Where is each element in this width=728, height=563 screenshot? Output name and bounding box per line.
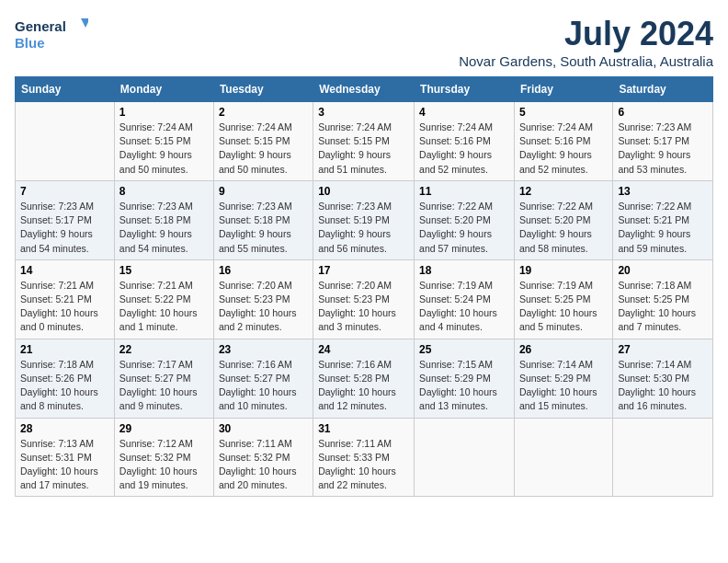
col-header-tuesday: Tuesday (213, 77, 313, 102)
day-info: Sunrise: 7:23 AMSunset: 5:17 PMDaylight:… (618, 121, 708, 177)
day-info: Sunrise: 7:24 AMSunset: 5:16 PMDaylight:… (419, 121, 509, 177)
day-number: 9 (219, 185, 308, 198)
calendar-cell: 23Sunrise: 7:16 AMSunset: 5:27 PMDayligh… (213, 339, 313, 418)
day-info: Sunrise: 7:19 AMSunset: 5:25 PMDaylight:… (519, 279, 608, 335)
col-header-saturday: Saturday (613, 77, 713, 102)
month-year-title: July 2024 (459, 15, 713, 53)
week-row-1: 1Sunrise: 7:24 AMSunset: 5:15 PMDaylight… (16, 102, 713, 181)
day-info: Sunrise: 7:24 AMSunset: 5:15 PMDaylight:… (119, 121, 209, 177)
calendar-cell (415, 418, 515, 497)
day-number: 8 (119, 185, 209, 198)
calendar-cell: 14Sunrise: 7:21 AMSunset: 5:21 PMDayligh… (16, 259, 115, 339)
logo: General Blue (15, 15, 88, 55)
calendar-cell: 10Sunrise: 7:23 AMSunset: 5:19 PMDayligh… (313, 180, 415, 259)
week-row-5: 28Sunrise: 7:13 AMSunset: 5:31 PMDayligh… (16, 418, 713, 497)
calendar-cell: 19Sunrise: 7:19 AMSunset: 5:25 PMDayligh… (514, 259, 612, 339)
day-number: 24 (318, 343, 409, 356)
day-info: Sunrise: 7:24 AMSunset: 5:15 PMDaylight:… (219, 121, 308, 177)
day-number: 25 (419, 343, 509, 356)
day-number: 18 (419, 264, 509, 277)
day-number: 11 (419, 185, 509, 198)
calendar-header-row: SundayMondayTuesdayWednesdayThursdayFrid… (16, 77, 713, 102)
day-number: 26 (519, 343, 608, 356)
day-number: 12 (519, 185, 608, 198)
calendar-cell (613, 418, 713, 497)
calendar-cell (16, 102, 115, 181)
location-subtitle: Novar Gardens, South Australia, Australi… (459, 53, 713, 69)
day-number: 19 (519, 264, 608, 277)
day-info: Sunrise: 7:15 AMSunset: 5:29 PMDaylight:… (419, 358, 509, 414)
day-number: 6 (618, 106, 708, 119)
day-info: Sunrise: 7:19 AMSunset: 5:24 PMDaylight:… (419, 279, 509, 335)
day-info: Sunrise: 7:24 AMSunset: 5:15 PMDaylight:… (318, 121, 409, 177)
day-info: Sunrise: 7:11 AMSunset: 5:32 PMDaylight:… (219, 437, 308, 493)
day-number: 13 (618, 185, 708, 198)
calendar-cell: 6Sunrise: 7:23 AMSunset: 5:17 PMDaylight… (613, 102, 713, 181)
day-info: Sunrise: 7:12 AMSunset: 5:32 PMDaylight:… (119, 437, 209, 493)
calendar-cell: 25Sunrise: 7:15 AMSunset: 5:29 PMDayligh… (415, 339, 515, 418)
day-number: 20 (618, 264, 708, 277)
calendar-table: SundayMondayTuesdayWednesdayThursdayFrid… (15, 76, 713, 497)
day-number: 1 (119, 106, 209, 119)
day-number: 30 (219, 422, 308, 435)
day-info: Sunrise: 7:16 AMSunset: 5:27 PMDaylight:… (219, 358, 308, 414)
calendar-cell: 21Sunrise: 7:18 AMSunset: 5:26 PMDayligh… (16, 339, 115, 418)
calendar-cell (514, 418, 612, 497)
calendar-cell: 20Sunrise: 7:18 AMSunset: 5:25 PMDayligh… (613, 259, 713, 339)
calendar-cell: 7Sunrise: 7:23 AMSunset: 5:17 PMDaylight… (16, 180, 115, 259)
day-number: 10 (318, 185, 409, 198)
day-number: 14 (20, 264, 109, 277)
day-info: Sunrise: 7:21 AMSunset: 5:22 PMDaylight:… (119, 279, 209, 335)
day-number: 22 (119, 343, 209, 356)
day-number: 4 (419, 106, 509, 119)
calendar-cell: 30Sunrise: 7:11 AMSunset: 5:32 PMDayligh… (213, 418, 313, 497)
calendar-cell: 9Sunrise: 7:23 AMSunset: 5:18 PMDaylight… (213, 180, 313, 259)
svg-marker-2 (81, 18, 88, 28)
day-number: 7 (20, 185, 109, 198)
calendar-cell: 8Sunrise: 7:23 AMSunset: 5:18 PMDaylight… (114, 180, 213, 259)
day-info: Sunrise: 7:14 AMSunset: 5:29 PMDaylight:… (519, 358, 608, 414)
week-row-4: 21Sunrise: 7:18 AMSunset: 5:26 PMDayligh… (16, 339, 713, 418)
page-header: General Blue July 2024 Novar Gardens, So… (15, 15, 713, 69)
day-number: 27 (618, 343, 708, 356)
day-info: Sunrise: 7:23 AMSunset: 5:17 PMDaylight:… (20, 200, 109, 256)
calendar-cell: 5Sunrise: 7:24 AMSunset: 5:16 PMDaylight… (514, 102, 612, 181)
day-info: Sunrise: 7:17 AMSunset: 5:27 PMDaylight:… (119, 358, 209, 414)
calendar-cell: 22Sunrise: 7:17 AMSunset: 5:27 PMDayligh… (114, 339, 213, 418)
calendar-cell: 27Sunrise: 7:14 AMSunset: 5:30 PMDayligh… (613, 339, 713, 418)
calendar-cell: 18Sunrise: 7:19 AMSunset: 5:24 PMDayligh… (415, 259, 515, 339)
calendar-cell: 4Sunrise: 7:24 AMSunset: 5:16 PMDaylight… (415, 102, 515, 181)
day-info: Sunrise: 7:22 AMSunset: 5:21 PMDaylight:… (618, 200, 708, 256)
day-info: Sunrise: 7:20 AMSunset: 5:23 PMDaylight:… (318, 279, 409, 335)
calendar-cell: 15Sunrise: 7:21 AMSunset: 5:22 PMDayligh… (114, 259, 213, 339)
day-info: Sunrise: 7:23 AMSunset: 5:18 PMDaylight:… (219, 200, 308, 256)
day-info: Sunrise: 7:11 AMSunset: 5:33 PMDaylight:… (318, 437, 409, 493)
svg-text:General: General (15, 18, 66, 34)
day-number: 5 (519, 106, 608, 119)
col-header-sunday: Sunday (16, 77, 115, 102)
logo-svg: General Blue (15, 15, 88, 55)
svg-text:Blue: Blue (15, 35, 45, 51)
day-info: Sunrise: 7:14 AMSunset: 5:30 PMDaylight:… (618, 358, 708, 414)
day-number: 29 (119, 422, 209, 435)
calendar-cell: 13Sunrise: 7:22 AMSunset: 5:21 PMDayligh… (613, 180, 713, 259)
calendar-cell: 24Sunrise: 7:16 AMSunset: 5:28 PMDayligh… (313, 339, 415, 418)
day-info: Sunrise: 7:18 AMSunset: 5:26 PMDaylight:… (20, 358, 109, 414)
calendar-cell: 12Sunrise: 7:22 AMSunset: 5:20 PMDayligh… (514, 180, 612, 259)
day-info: Sunrise: 7:23 AMSunset: 5:18 PMDaylight:… (119, 200, 209, 256)
day-info: Sunrise: 7:18 AMSunset: 5:25 PMDaylight:… (618, 279, 708, 335)
day-number: 23 (219, 343, 308, 356)
day-info: Sunrise: 7:16 AMSunset: 5:28 PMDaylight:… (318, 358, 409, 414)
calendar-cell: 11Sunrise: 7:22 AMSunset: 5:20 PMDayligh… (415, 180, 515, 259)
day-info: Sunrise: 7:22 AMSunset: 5:20 PMDaylight:… (419, 200, 509, 256)
col-header-wednesday: Wednesday (313, 77, 415, 102)
day-number: 31 (318, 422, 409, 435)
calendar-cell: 1Sunrise: 7:24 AMSunset: 5:15 PMDaylight… (114, 102, 213, 181)
calendar-cell: 3Sunrise: 7:24 AMSunset: 5:15 PMDaylight… (313, 102, 415, 181)
calendar-cell: 26Sunrise: 7:14 AMSunset: 5:29 PMDayligh… (514, 339, 612, 418)
col-header-thursday: Thursday (415, 77, 515, 102)
calendar-cell: 31Sunrise: 7:11 AMSunset: 5:33 PMDayligh… (313, 418, 415, 497)
day-number: 17 (318, 264, 409, 277)
day-info: Sunrise: 7:13 AMSunset: 5:31 PMDaylight:… (20, 437, 109, 493)
week-row-3: 14Sunrise: 7:21 AMSunset: 5:21 PMDayligh… (16, 259, 713, 339)
